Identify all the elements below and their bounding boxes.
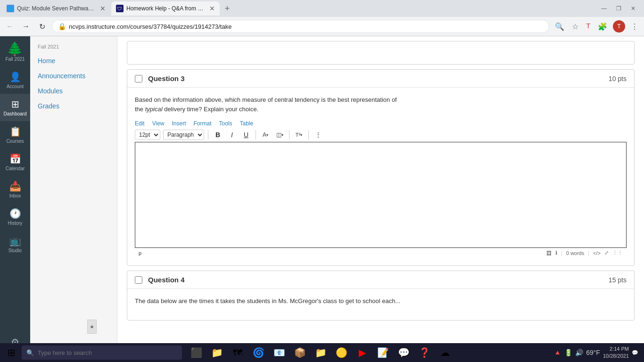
- toolbar-divider-1: [208, 130, 208, 140]
- highlight-button[interactable]: ◫▾: [274, 130, 285, 140]
- tab-1-close[interactable]: ✕: [100, 5, 106, 12]
- history-label: History: [8, 221, 22, 226]
- sidebar-item-dashboard[interactable]: ⊞ Dashboard: [0, 94, 30, 121]
- minimize-button[interactable]: —: [598, 4, 610, 13]
- paragraph-select[interactable]: Paragraph: [163, 130, 204, 140]
- editor-menu-insert[interactable]: Insert: [172, 120, 186, 127]
- editor-menu-edit[interactable]: Edit: [135, 120, 145, 127]
- superscript-button[interactable]: T²▾: [293, 130, 305, 140]
- notification-icon[interactable]: 💬: [632, 350, 638, 356]
- sidebar-logo[interactable]: 🌲 Fall 2021: [0, 36, 30, 66]
- fileexplorer-app[interactable]: 📁: [207, 343, 226, 362]
- battery-icon[interactable]: 🔋: [564, 349, 572, 356]
- collapse-nav-button[interactable]: «: [87, 320, 97, 334]
- editor-statusbar: p 🖼 ℹ | 0 words | </> ⤢ ⋮⋮: [135, 248, 627, 258]
- new-tab-button[interactable]: +: [221, 2, 234, 15]
- files-icon: 📁: [315, 347, 327, 358]
- close-button[interactable]: ✕: [628, 4, 638, 13]
- drag-handle[interactable]: ⋮⋮: [612, 250, 623, 256]
- dropbox-app[interactable]: 📦: [290, 343, 309, 362]
- taskbar-apps: ⬛ 📁 🗺 🌀 📧 📦 📁 🟡 ▶ 📝 💬 ❓ ☁: [187, 343, 454, 362]
- editor-menu-table[interactable]: Table: [240, 120, 254, 127]
- course-nav-announcements[interactable]: Announcements: [30, 68, 117, 83]
- course-semester: Fall 2021: [30, 42, 117, 53]
- emoji-icon[interactable]: 🖼: [546, 250, 552, 256]
- discord-icon: 💬: [398, 347, 410, 358]
- sidebar-item-studio[interactable]: 📺 Studio: [0, 230, 30, 258]
- editor-menu: Edit View Insert Format Tools Table: [135, 120, 627, 127]
- question-4-block: Question 4 15 pts The data below are the…: [127, 271, 635, 321]
- time-display: 2:14 PM: [603, 346, 629, 353]
- profile-avatar[interactable]: T: [613, 20, 625, 33]
- edge-icon: 🌀: [253, 347, 264, 358]
- tab-2[interactable]: 🛡 Homework Help - Q&A from On... ✕: [111, 1, 220, 16]
- edge-app[interactable]: 🌀: [249, 343, 268, 362]
- menu-icon[interactable]: ⋮: [629, 20, 640, 33]
- font-size-select[interactable]: 12pt 10pt 14pt: [135, 130, 160, 140]
- fullscreen-button[interactable]: ⤢: [604, 250, 609, 256]
- extension1-icon[interactable]: T: [584, 20, 592, 33]
- code-view-button[interactable]: </>: [593, 250, 601, 256]
- question-3-header-left: Question 3: [135, 74, 185, 82]
- tab-2-close[interactable]: ✕: [209, 5, 215, 12]
- sound-icon[interactable]: 🔊: [575, 349, 583, 356]
- more-options-button[interactable]: ⋮: [313, 130, 324, 140]
- files-app[interactable]: 📁: [311, 343, 330, 362]
- italic-button[interactable]: I: [226, 130, 238, 140]
- bold-button[interactable]: B: [212, 130, 223, 140]
- sidebar-item-history[interactable]: 🕐 History: [0, 203, 30, 230]
- question-3-checkbox[interactable]: [135, 75, 142, 82]
- discord-app[interactable]: 💬: [394, 343, 413, 362]
- windows-icon: ⊞: [8, 347, 16, 358]
- question-4-points: 15 pts: [609, 276, 627, 284]
- taskview-app[interactable]: ⬛: [187, 343, 206, 362]
- sidebar-item-courses[interactable]: 📋 Courses: [0, 121, 30, 148]
- question-4-checkbox[interactable]: [135, 276, 142, 284]
- search-icon[interactable]: 🔍: [553, 20, 566, 33]
- reload-button[interactable]: ↻: [36, 20, 48, 33]
- sidebar-item-calendar[interactable]: 📅 Calendar: [0, 148, 30, 176]
- mail-app[interactable]: 📧: [270, 343, 289, 362]
- sidebar-item-inbox[interactable]: 📥 Inbox: [0, 176, 30, 203]
- question-3-title: Question 3: [148, 74, 185, 82]
- maximize-button[interactable]: ❐: [613, 4, 624, 13]
- address-bar: ← → ↻ 🔒 ncvps.instructure.com/courses/37…: [0, 17, 644, 36]
- sidebar-nav: 🌲 Fall 2021 👤 Account ⊞ Dashboard 📋 Cour…: [0, 36, 30, 362]
- course-nav-home[interactable]: Home: [30, 53, 117, 68]
- url-bar[interactable]: 🔒 ncvps.instructure.com/courses/37784/qu…: [52, 20, 549, 33]
- toolbar-divider-3: [289, 130, 289, 140]
- search-icon: 🔍: [26, 349, 34, 356]
- start-button[interactable]: ⊞: [2, 343, 21, 362]
- extensions-icon[interactable]: 🧩: [596, 20, 609, 33]
- taskbar-search[interactable]: 🔍: [22, 346, 182, 360]
- network-icon[interactable]: 🔺: [553, 349, 561, 356]
- course-nav-modules[interactable]: Modules: [30, 83, 117, 99]
- forward-button[interactable]: →: [20, 20, 32, 33]
- tab-1-favicon: 🌐: [7, 5, 14, 12]
- maps-app[interactable]: 🗺: [228, 343, 247, 362]
- word-count: 0 words: [566, 250, 585, 256]
- chrome-app[interactable]: 🟡: [332, 343, 351, 362]
- bookmark-icon[interactable]: ☆: [570, 20, 580, 33]
- course-nav-grades[interactable]: Grades: [30, 99, 117, 114]
- tab-1[interactable]: 🌐 Quiz: Module Seven Pathway Tw... ✕: [2, 1, 110, 16]
- partial-question-block: [127, 41, 635, 65]
- stickynotes-app[interactable]: 📝: [373, 343, 392, 362]
- editor-menu-tools[interactable]: Tools: [219, 120, 232, 127]
- question-4-body: The data below are the times it takes th…: [127, 289, 634, 320]
- sidebar-item-account[interactable]: 👤 Account: [0, 66, 30, 94]
- font-color-button[interactable]: A▾: [260, 130, 271, 140]
- editor-menu-view[interactable]: View: [152, 120, 165, 127]
- inbox-icon: 📥: [9, 181, 21, 192]
- help-app[interactable]: ❓: [415, 343, 434, 362]
- info-icon[interactable]: ℹ: [555, 250, 557, 256]
- editor-text-area[interactable]: [135, 142, 627, 248]
- search-input[interactable]: [38, 349, 177, 356]
- back-button[interactable]: ←: [4, 20, 16, 33]
- editor-menu-format[interactable]: Format: [194, 120, 212, 127]
- underline-button[interactable]: U: [240, 130, 252, 140]
- weather-app[interactable]: ☁: [436, 343, 454, 362]
- youtube-app[interactable]: ▶: [353, 343, 372, 362]
- security-icon: 🔒: [58, 23, 66, 30]
- studio-label: Studio: [8, 248, 22, 253]
